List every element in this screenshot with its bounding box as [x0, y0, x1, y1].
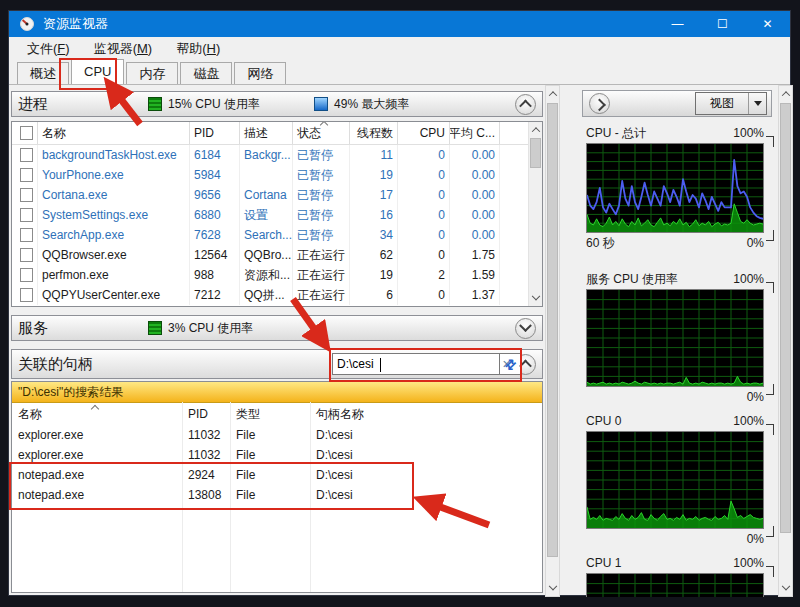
column-header-name[interactable]: 名称	[12, 406, 182, 423]
processes-section-header[interactable]: 进程 15% CPU 使用率 49% 最大频率	[11, 91, 543, 117]
cell-pid: 9656	[190, 185, 240, 205]
row-checkbox[interactable]	[20, 168, 33, 182]
process-row[interactable]: Cortana.exe9656Cortana已暂停1700.00	[12, 185, 542, 205]
tab-CPU[interactable]: CPU	[71, 59, 124, 84]
minimize-button[interactable]: —	[655, 11, 700, 37]
scroll-down-button[interactable]	[546, 581, 559, 596]
maximize-button[interactable]: ☐	[700, 11, 745, 37]
scrollbar-thumb[interactable]	[530, 138, 541, 168]
handle-search: ✕ ⇄	[332, 353, 522, 375]
tab-网络[interactable]: 网络	[234, 62, 286, 84]
handle-search-box[interactable]: ✕	[332, 353, 500, 375]
sort-caret-icon	[91, 404, 99, 412]
column-header-status[interactable]: 状态	[293, 122, 350, 144]
cell-handle: D:\cesi	[310, 428, 542, 442]
column-header-name[interactable]: 名称	[38, 122, 190, 144]
cell-name: explorer.exe	[12, 448, 182, 462]
column-header-pid[interactable]: PID	[182, 407, 230, 421]
tab-bar: 概述CPU内存磁盘网络	[9, 60, 790, 85]
process-row[interactable]: perfmon.exe988资源和...正在运行1921.59	[12, 265, 542, 285]
handles-title: 关联的句柄	[18, 355, 148, 374]
cell-cpu: 0	[398, 285, 450, 305]
cell-name: QQPYUserCenter.exe	[38, 285, 190, 305]
cell-cpu: 0	[398, 205, 450, 225]
cell-name: Cortana.exe	[38, 185, 190, 205]
scrollbar-thumb[interactable]	[547, 103, 558, 557]
process-row[interactable]: YourPhone.exe5984已暂停1900.00	[12, 165, 542, 185]
view-dropdown-arrow[interactable]	[748, 93, 766, 114]
cell-pid: 11032	[182, 448, 230, 462]
row-checkbox[interactable]	[20, 248, 33, 262]
tab-内存[interactable]: 内存	[126, 62, 178, 84]
cell-name: perfmon.exe	[38, 265, 190, 285]
handle-row[interactable]: explorer.exe11032FileD:\cesi	[12, 425, 542, 445]
column-header-cpu[interactable]: CPU	[398, 122, 450, 144]
column-header-avg[interactable]: 平均 C...	[450, 122, 500, 144]
column-divider	[182, 402, 183, 592]
scroll-up-button[interactable]	[779, 86, 792, 101]
graphs-panel-scrollbar[interactable]	[778, 85, 793, 597]
row-checkbox[interactable]	[20, 188, 33, 202]
select-all-checkbox[interactable]	[20, 126, 33, 140]
graph-cpu1: CPU 1 100%	[586, 553, 764, 597]
menu-item-1[interactable]: 文件(F)	[15, 40, 82, 58]
cell-name: notepad.exe	[12, 468, 182, 482]
tab-磁盘[interactable]: 磁盘	[180, 62, 232, 84]
process-row[interactable]: SearchApp.exe7628Search...已暂停3400.00	[12, 225, 542, 245]
row-checkbox[interactable]	[20, 268, 33, 282]
cell-status: 正在运行	[293, 265, 350, 285]
expand-services-button[interactable]	[515, 318, 536, 339]
column-header-threads[interactable]: 线程数	[350, 122, 398, 144]
close-button[interactable]: ✕	[745, 11, 790, 37]
column-header-type[interactable]: 类型	[230, 406, 310, 423]
menu-item-3[interactable]: 帮助(H)	[164, 40, 232, 58]
cell-cpu: 2	[398, 265, 450, 285]
processes-title: 进程	[18, 95, 148, 114]
handle-row[interactable]: notepad.exe2924FileD:\cesi	[12, 465, 542, 485]
cell-avg: 1.37	[450, 285, 500, 305]
row-checkbox[interactable]	[20, 208, 33, 222]
cell-pid: 7212	[190, 285, 240, 305]
column-header-pid[interactable]: PID	[190, 122, 240, 144]
search-refresh-button[interactable]: ⇄	[500, 353, 522, 375]
bracket	[766, 136, 774, 147]
chevron-up-icon	[548, 91, 556, 99]
scroll-up-button[interactable]	[546, 86, 559, 101]
process-table-scrollbar[interactable]	[528, 122, 542, 306]
row-checkbox[interactable]	[20, 148, 33, 162]
services-section-header[interactable]: 服务 3% CPU 使用率	[11, 315, 543, 341]
row-checkbox[interactable]	[20, 288, 33, 302]
cell-pid: 11032	[182, 428, 230, 442]
handle-search-input[interactable]	[333, 357, 496, 371]
process-row[interactable]: backgroundTaskHost.exe6184Backgr...已暂停11…	[12, 145, 542, 165]
view-button-label: 视图	[696, 93, 748, 114]
cell-name: backgroundTaskHost.exe	[38, 145, 190, 165]
scroll-up-button[interactable]	[529, 122, 542, 137]
process-row[interactable]: QQBrowser.exe12564QQBro...正在运行6201.75	[12, 245, 542, 265]
scrollbar-thumb[interactable]	[780, 103, 791, 533]
collapse-processes-button[interactable]	[515, 94, 536, 115]
search-result-banner: "D:\cesi"的搜索结果	[12, 382, 542, 403]
handles-section-header[interactable]: 关联的句柄 ✕ ⇄	[11, 349, 543, 379]
graph-title: CPU - 总计	[586, 125, 646, 142]
handle-row[interactable]: explorer.exe11032FileD:\cesi	[12, 445, 542, 465]
menu-item-2[interactable]: 监视器(M)	[82, 40, 165, 58]
handle-row[interactable]: notepad.exe13808FileD:\cesi	[12, 485, 542, 505]
row-checkbox[interactable]	[20, 228, 33, 242]
column-header-handle[interactable]: 句柄名称	[310, 406, 542, 423]
view-button[interactable]: 视图	[695, 92, 767, 115]
services-title: 服务	[18, 319, 148, 338]
left-panel-scrollbar[interactable]	[545, 85, 560, 597]
process-row[interactable]: QQPYUserCenter.exe7212QQ拼...正在运行601.37	[12, 285, 542, 305]
process-row[interactable]: SystemSettings.exe6880设置已暂停1600.00	[12, 205, 542, 225]
scroll-down-button[interactable]	[529, 291, 542, 306]
cell-handle: D:\cesi	[310, 488, 542, 502]
scroll-down-button[interactable]	[779, 581, 792, 596]
column-header-desc[interactable]: 描述	[240, 122, 293, 144]
graph-canvas	[586, 143, 764, 233]
bracket	[766, 384, 774, 395]
cell-pid: 988	[190, 265, 240, 285]
collapse-panel-button[interactable]	[589, 93, 610, 114]
cell-avg: 0.00	[450, 165, 500, 185]
tab-概述[interactable]: 概述	[17, 62, 69, 84]
